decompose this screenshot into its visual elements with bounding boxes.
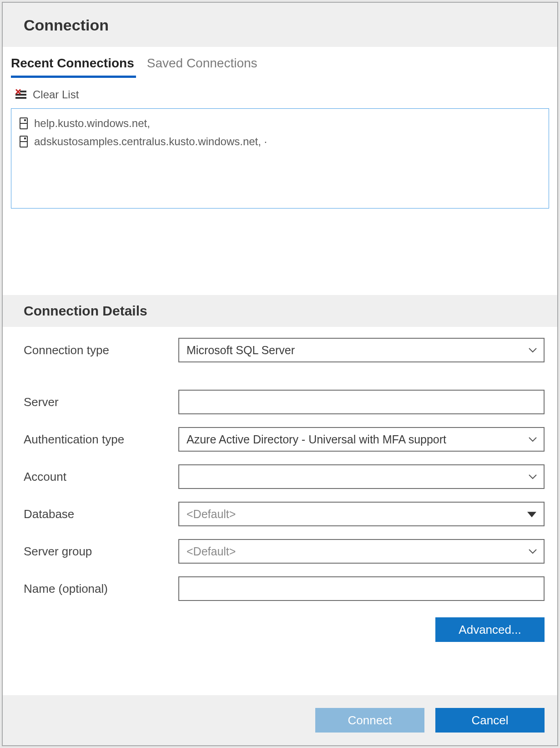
button-label: Advanced... <box>459 623 521 637</box>
server-input[interactable] <box>178 390 545 414</box>
advanced-row: Advanced... <box>3 617 557 657</box>
row-account: Account <box>24 464 545 489</box>
button-label: Cancel <box>472 713 509 728</box>
database-select[interactable]: <Default> <box>178 502 545 526</box>
connection-label: help.kusto.windows.net, <box>34 117 150 130</box>
label-server: Server <box>24 395 178 409</box>
dialog-footer: Connect Cancel <box>3 695 557 745</box>
chevron-down-icon <box>528 548 537 555</box>
list-item[interactable]: adskustosamples.centralus.kusto.windows.… <box>18 132 542 151</box>
label-auth-type: Authentication type <box>24 433 178 447</box>
chevron-down-icon <box>528 347 537 353</box>
tab-recent-connections[interactable]: Recent Connections <box>11 56 134 77</box>
account-select[interactable] <box>178 464 545 489</box>
name-value <box>178 576 545 601</box>
connect-button[interactable]: Connect <box>315 708 424 733</box>
button-label: Connect <box>348 713 392 728</box>
row-database: Database <Default> <box>24 502 545 526</box>
clear-list-label: Clear List <box>33 88 79 101</box>
tab-saved-connections[interactable]: Saved Connections <box>147 56 257 77</box>
server-icon <box>20 136 28 148</box>
row-server-group: Server group <Default> <box>24 539 545 564</box>
auth-type-select[interactable]: Azure Active Directory - Universal with … <box>178 427 545 452</box>
label-server-group: Server group <box>24 544 178 559</box>
dialog-title: Connection <box>24 16 536 34</box>
connection-type-value: Microsoft SQL Server <box>178 338 545 362</box>
server-icon <box>20 117 28 129</box>
database-value: <Default> <box>178 502 545 526</box>
chevron-down-icon <box>528 436 537 443</box>
account-value <box>178 464 545 489</box>
label-database: Database <box>24 507 178 521</box>
label-connection-type: Connection type <box>24 343 178 357</box>
section-title: Connection Details <box>24 303 536 319</box>
row-connection-type: Connection type Microsoft SQL Server <box>24 338 545 362</box>
label-name: Name (optional) <box>24 582 178 596</box>
chevron-down-icon <box>528 473 537 480</box>
server-group-select[interactable]: <Default> <box>178 539 545 564</box>
connection-type-select[interactable]: Microsoft SQL Server <box>178 338 545 362</box>
clear-list-button[interactable]: Clear List <box>3 77 557 108</box>
name-input[interactable] <box>178 576 545 601</box>
tab-label: Saved Connections <box>147 56 257 70</box>
server-value <box>178 390 545 414</box>
connection-label: adskustosamples.centralus.kusto.windows.… <box>34 135 267 148</box>
clear-list-icon <box>15 90 26 100</box>
row-server: Server <box>24 390 545 414</box>
row-auth-type: Authentication type Azure Active Directo… <box>24 427 545 452</box>
tab-label: Recent Connections <box>11 56 134 70</box>
connection-tabs: Recent Connections Saved Connections <box>3 47 557 77</box>
recent-connections-list[interactable]: help.kusto.windows.net, adskustosamples.… <box>11 108 549 209</box>
connection-details-header: Connection Details <box>3 295 557 327</box>
label-account: Account <box>24 470 178 484</box>
spacer <box>3 209 557 295</box>
dialog-header: Connection <box>3 3 557 47</box>
list-item[interactable]: help.kusto.windows.net, <box>18 114 542 132</box>
auth-type-value: Azure Active Directory - Universal with … <box>178 427 545 452</box>
connection-details-form: Connection type Microsoft SQL Server Ser… <box>3 327 557 617</box>
connection-dialog: Connection Recent Connections Saved Conn… <box>2 2 558 746</box>
server-group-value: <Default> <box>178 539 545 564</box>
caret-down-icon <box>527 512 536 517</box>
row-name: Name (optional) <box>24 576 545 601</box>
cancel-button[interactable]: Cancel <box>435 708 545 733</box>
advanced-button[interactable]: Advanced... <box>435 617 545 642</box>
